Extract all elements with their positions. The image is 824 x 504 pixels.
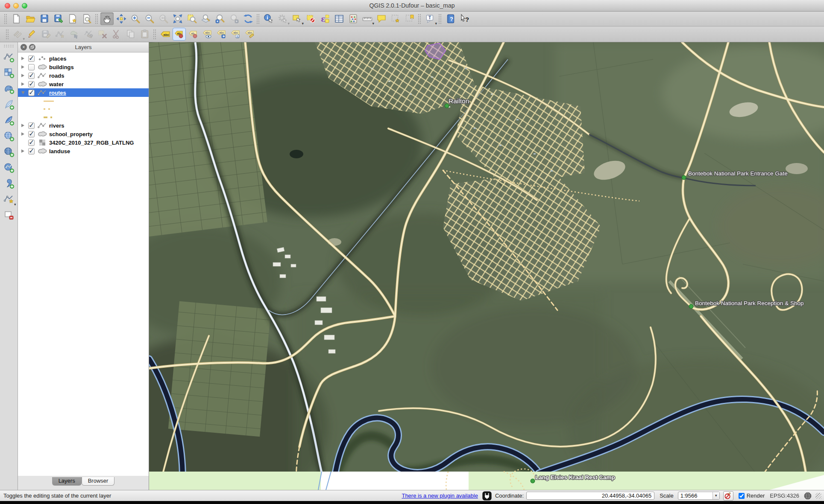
show-bookmarks-button[interactable]	[403, 12, 416, 25]
move-feature-button[interactable]	[67, 28, 81, 41]
run-feature-action-button[interactable]: ▾	[276, 12, 289, 25]
title-bar[interactable]: QGIS 2.0.1-Dufour – basic_map	[0, 0, 824, 12]
expander-arrow-icon[interactable]	[21, 65, 26, 69]
crs-button[interactable]	[803, 492, 812, 500]
statistical-summary-button[interactable]	[346, 12, 360, 25]
layer-visibility-checkbox[interactable]	[28, 140, 35, 146]
layer-row-landuse[interactable]: landuse	[18, 147, 149, 155]
layer-visibility-checkbox[interactable]	[28, 55, 35, 62]
add-postgis-layer-button[interactable]	[2, 82, 16, 96]
expander-arrow-icon[interactable]	[21, 91, 26, 94]
zoom-in-button[interactable]	[129, 12, 142, 25]
layer-row-water[interactable]: water	[18, 80, 149, 88]
add-wcs-layer-button[interactable]	[2, 145, 16, 159]
change-label-properties-button[interactable]	[243, 28, 256, 41]
pan-to-selection-button[interactable]	[114, 12, 128, 25]
new-shapefile-layer-button[interactable]: ▾	[2, 192, 16, 206]
highlight-pinned-labels-button[interactable]	[187, 28, 200, 41]
new-print-composer-button[interactable]	[66, 12, 79, 25]
layer-row-roads[interactable]: roads	[18, 71, 149, 80]
tab-browser[interactable]: Browser	[82, 477, 115, 486]
add-raster-layer-button[interactable]	[2, 66, 16, 80]
pan-map-button[interactable]	[100, 12, 114, 25]
map-canvas[interactable]: Railton Bontebok National Park Entrance …	[149, 42, 824, 490]
zoom-out-button[interactable]	[143, 12, 156, 25]
current-edits-button[interactable]: ▾	[11, 28, 24, 41]
rotate-label-button[interactable]	[229, 28, 242, 41]
copy-features-button[interactable]	[124, 28, 137, 41]
refresh-map-button[interactable]	[241, 12, 255, 25]
save-layer-edits-button[interactable]	[39, 28, 53, 41]
layer-row-rivers[interactable]: rivers	[18, 121, 149, 130]
map-tips-button[interactable]	[375, 12, 388, 25]
open-project-button[interactable]	[23, 12, 37, 25]
chevron-down-icon[interactable]: ▼	[713, 492, 719, 499]
delete-selected-button[interactable]	[96, 28, 109, 41]
layer-visibility-checkbox[interactable]	[28, 64, 35, 70]
deselect-features-button[interactable]	[304, 12, 317, 25]
measure-line-button[interactable]: ▾	[361, 12, 374, 25]
move-label-button[interactable]	[215, 28, 228, 41]
add-feature-button[interactable]	[53, 28, 67, 41]
qgis-window: QGIS 2.0.1-Dufour – basic_map ▾▾▾▾ ▾ ▾ ×…	[0, 0, 824, 504]
zoom-full-extent-button[interactable]	[171, 12, 184, 25]
expander-arrow-icon[interactable]	[21, 132, 26, 136]
layer-row-3420C_2010_327_RGB_LATLNG[interactable]: 3420C_2010_327_RGB_LATLNG	[18, 138, 149, 147]
add-mssql-layer-button[interactable]	[2, 114, 16, 127]
layer-row-buildings[interactable]: buildings	[18, 63, 149, 71]
zoom-next-button[interactable]	[227, 12, 240, 25]
resize-grip[interactable]	[815, 493, 821, 499]
add-vector-layer-button[interactable]	[2, 50, 16, 64]
add-spatialite-layer-button[interactable]	[2, 98, 16, 111]
render-checkbox[interactable]	[739, 493, 745, 499]
tab-layers[interactable]: Layers	[52, 477, 82, 486]
layer-visibility-checkbox[interactable]	[28, 73, 35, 79]
layer-visibility-checkbox[interactable]	[28, 122, 35, 129]
coordinate-input[interactable]	[526, 492, 654, 500]
toolbar-drag-handle[interactable]	[3, 44, 15, 48]
zoom-last-button[interactable]	[213, 12, 226, 25]
layer-visibility-checkbox[interactable]	[28, 131, 35, 137]
whats-this-button[interactable]	[458, 12, 471, 25]
node-tool-button[interactable]	[82, 28, 95, 41]
expander-arrow-icon[interactable]	[21, 82, 26, 86]
add-wms-layer-button[interactable]	[2, 129, 16, 143]
zoom-to-layer-button[interactable]	[199, 12, 212, 25]
pin-unpin-labels-button[interactable]	[173, 28, 186, 41]
layer-row-school_property[interactable]: school_property	[18, 130, 149, 138]
new-bookmark-button[interactable]	[389, 12, 402, 25]
paste-features-button[interactable]	[138, 28, 151, 41]
identify-features-button[interactable]	[262, 12, 275, 25]
select-by-expression-button[interactable]	[318, 12, 331, 25]
composer-manager-button[interactable]	[80, 12, 93, 25]
layer-visibility-checkbox[interactable]	[28, 148, 35, 154]
layer-labeling-options-button[interactable]	[158, 28, 172, 41]
layer-visibility-checkbox[interactable]	[28, 90, 35, 96]
remove-layer-button[interactable]	[2, 208, 16, 222]
expander-arrow-icon[interactable]	[21, 149, 26, 153]
add-wfs-layer-button[interactable]	[2, 161, 16, 175]
scale-combobox[interactable]: 1:9566 ▼	[678, 492, 720, 500]
layer-row-routes[interactable]: routes	[18, 88, 149, 97]
text-annotation-button[interactable]: ▾	[423, 12, 437, 25]
save-project-as-button[interactable]	[52, 12, 65, 25]
save-project-button[interactable]	[38, 12, 51, 25]
add-delimited-text-layer-button[interactable]	[2, 177, 16, 190]
help-contents-button[interactable]	[444, 12, 457, 25]
layer-visibility-checkbox[interactable]	[28, 81, 35, 87]
expander-arrow-icon[interactable]	[21, 57, 26, 60]
select-features-button[interactable]: ▾	[290, 12, 303, 25]
zoom-actual-size-button[interactable]	[157, 12, 170, 25]
expander-arrow-icon[interactable]	[21, 124, 26, 127]
show-hide-labels-button[interactable]	[201, 28, 214, 41]
plugin-available-link[interactable]: There is a new plugin available	[402, 492, 478, 499]
new-project-button[interactable]	[9, 12, 23, 25]
toggle-editing-button[interactable]	[25, 28, 38, 41]
zoom-to-selection-button[interactable]	[185, 12, 198, 25]
expander-arrow-icon[interactable]	[21, 74, 26, 77]
plugin-icon[interactable]	[482, 491, 492, 501]
cut-features-button[interactable]	[110, 28, 123, 41]
open-attribute-table-button[interactable]	[332, 12, 346, 25]
layer-row-places[interactable]: places	[18, 54, 149, 63]
stop-render-button[interactable]	[723, 491, 733, 501]
